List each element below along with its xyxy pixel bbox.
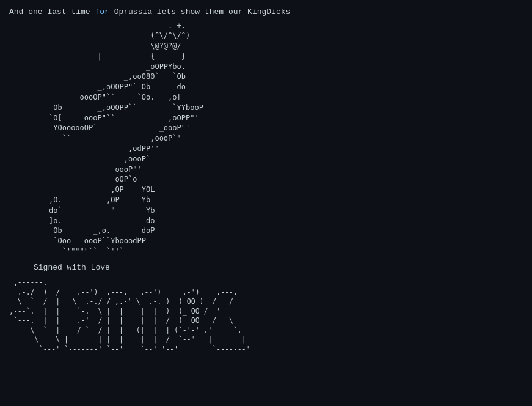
signed-line: Signed with Love <box>9 262 523 274</box>
intro-line: And one last time for Oprussia lets show… <box>9 6 523 18</box>
intro-highlight: for <box>95 7 109 17</box>
ascii-art-main: .-+. (^\/^\/^) \@?@?@/ | { } _oOPPYbo. _… <box>9 21 523 257</box>
intro-text-before: And one last time <box>9 7 95 17</box>
signed-text: Signed with Love <box>34 263 110 272</box>
intro-text-after: Oprussia lets show them our KingDicks <box>109 7 290 17</box>
big-ascii-art: ,------. .-./ ) / .--') .---. .--') .-')… <box>9 278 523 354</box>
